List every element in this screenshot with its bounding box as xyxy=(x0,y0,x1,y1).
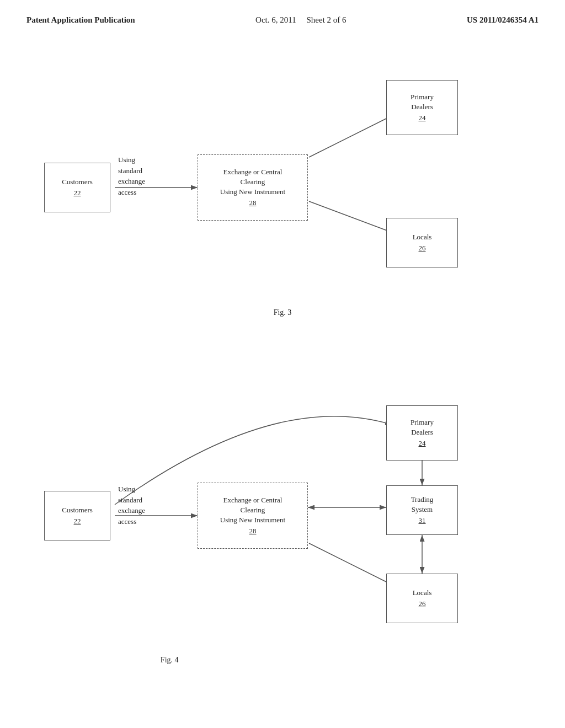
customers-box-fig4: Customers 22 xyxy=(44,491,110,540)
header-date: Oct. 6, 2011 xyxy=(255,15,296,24)
fig3-label: Fig. 3 xyxy=(0,308,565,317)
primary-dealers-box-fig4: PrimaryDealers 24 xyxy=(386,405,458,461)
exchange-label-fig4: Exchange or CentralClearingUsing New Ins… xyxy=(220,495,285,526)
access-text-fig4: Using standard exchange access xyxy=(118,484,145,527)
locals-box-fig4: Locals 26 xyxy=(386,574,458,623)
primary-dealers-box-fig3: PrimaryDealers 24 xyxy=(386,80,458,135)
svg-line-11 xyxy=(309,543,397,587)
locals-num-fig4: 26 xyxy=(419,599,426,609)
header-center: Oct. 6, 2011 Sheet 2 of 6 xyxy=(255,15,346,25)
header-right: US 2011/0246354 A1 xyxy=(467,15,539,25)
fig3-diagram: Customers 22 Using standard exchange acc… xyxy=(0,47,565,334)
exchange-box-fig4: Exchange or CentralClearingUsing New Ins… xyxy=(198,483,308,549)
exchange-label-fig3: Exchange or CentralClearingUsing New Ins… xyxy=(220,167,285,197)
customers-label-fig3: Customers xyxy=(62,177,93,187)
header-sheet: Sheet 2 of 6 xyxy=(306,15,346,24)
svg-line-2 xyxy=(309,201,397,234)
exchange-num-fig4: 28 xyxy=(249,526,257,536)
customers-num-fig3: 22 xyxy=(74,188,81,198)
customers-box-fig3: Customers 22 xyxy=(44,163,110,212)
customers-label-fig4: Customers xyxy=(62,505,93,515)
page-header: Patent Application Publication Oct. 6, 2… xyxy=(0,0,565,25)
customers-num-fig4: 22 xyxy=(74,516,81,526)
primary-dealers-label-fig3: PrimaryDealers xyxy=(411,92,434,112)
locals-label-fig3: Locals xyxy=(413,232,432,242)
trading-system-box-fig4: TradingSystem 31 xyxy=(386,485,458,535)
locals-num-fig3: 26 xyxy=(419,243,426,253)
svg-line-1 xyxy=(309,113,397,157)
trading-system-num-fig4: 31 xyxy=(419,516,426,526)
publication-title: Patent Application Publication xyxy=(26,15,135,25)
fig4-label: Fig. 4 xyxy=(0,656,339,665)
locals-box-fig3: Locals 26 xyxy=(386,218,458,267)
primary-dealers-num-fig3: 24 xyxy=(419,113,426,123)
locals-label-fig4: Locals xyxy=(413,588,432,598)
exchange-num-fig3: 28 xyxy=(249,198,257,208)
trading-system-label-fig4: TradingSystem xyxy=(411,495,434,515)
primary-dealers-num-fig4: 24 xyxy=(419,438,426,448)
fig4-diagram: Customers 22 Using standard exchange acc… xyxy=(0,345,565,687)
exchange-box-fig3: Exchange or CentralClearingUsing New Ins… xyxy=(198,154,308,221)
primary-dealers-label-fig4: PrimaryDealers xyxy=(411,417,434,437)
access-text-fig3: Using standard exchange access xyxy=(118,154,145,197)
